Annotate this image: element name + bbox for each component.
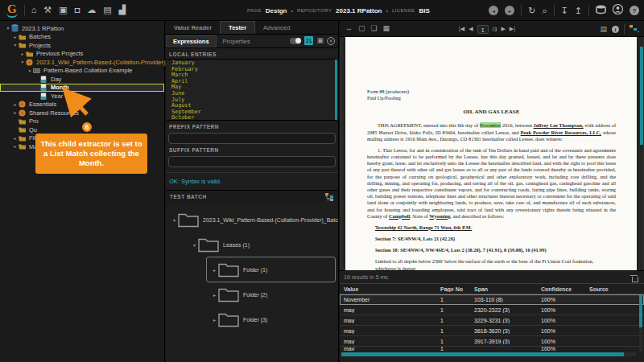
expand-arrow-icon[interactable]: ▾ <box>171 217 178 223</box>
local-entries-text[interactable]: January February March April May June Ju… <box>167 60 337 121</box>
batches-icon[interactable]: ▣ <box>59 6 67 14</box>
license-value[interactable]: BIS <box>419 7 429 14</box>
result-row[interactable]: may13618-3620 (3)100% <box>340 326 644 336</box>
expand-arrow-icon[interactable]: ▸ <box>12 110 19 115</box>
info-icon[interactable]: i <box>612 26 619 33</box>
result-row[interactable]: may12320-2322 (3)100% <box>340 305 644 315</box>
batch-node-folder-1-[interactable]: ▸Folder (1) <box>211 261 338 278</box>
next-page-button[interactable]: ▶ <box>501 26 505 32</box>
close-icon[interactable]: ✕ <box>327 37 335 45</box>
view-mode-icon[interactable] <box>630 22 639 36</box>
upload-icon[interactable]: ↥ <box>575 6 582 15</box>
toolbox-icon[interactable]: ▤ <box>103 6 111 14</box>
toggle-switch[interactable] <box>290 38 301 44</box>
license-label: LICENSE <box>392 8 415 13</box>
fit-width-icon[interactable]: ↔ <box>345 25 353 32</box>
suffix-pattern-input[interactable] <box>168 156 336 167</box>
tab-expressions[interactable]: Expressions <box>166 35 217 47</box>
tab-tester[interactable]: Tester <box>220 21 255 34</box>
doc-title: OIL AND GAS LEASE <box>367 109 616 116</box>
november-highlight[interactable]: November <box>480 122 502 128</box>
refresh-icon[interactable]: ↻ <box>528 6 535 15</box>
page-value[interactable]: Design <box>266 7 287 14</box>
expand-arrow-icon[interactable]: ▸ <box>211 267 218 273</box>
tab-properties[interactable]: Properties <box>217 36 257 47</box>
expand-arrow-icon[interactable]: ▸ <box>19 51 26 56</box>
pages-icon[interactable]: ❏ <box>371 25 378 32</box>
doc-township-line: Township 42 North, Range 71 West, 6th P.… <box>375 224 616 231</box>
entries-scrollbar[interactable] <box>335 60 337 120</box>
tree-node-essentials[interactable]: ▸Essentials <box>0 101 164 109</box>
tree-node-year[interactable]: Year <box>0 92 164 101</box>
tree-node-previous-projects[interactable]: ▸Previous Projects <box>0 50 164 59</box>
clear-results-icon[interactable] <box>630 274 638 282</box>
column-header-value[interactable]: Value <box>340 286 436 292</box>
help-icon[interactable]: ? <box>630 6 639 15</box>
home-icon[interactable]: ⌂ <box>31 6 37 14</box>
batch-node-2023-1-wiki-pattern-based-coll[interactable]: ▾2023.1_Wiki_Pattern-Based-(Collation-Pr… <box>171 212 338 228</box>
stats-icon[interactable]: ▟ <box>119 6 126 14</box>
tools-icon[interactable]: ⚒ <box>43 6 52 14</box>
first-page-button[interactable]: |◀ <box>459 26 464 32</box>
expand-arrow-icon[interactable]: ▸ <box>12 35 19 39</box>
results-horizontal-scrollbar[interactable] <box>341 352 636 356</box>
node-tree-sidebar: ▾2023.1 RPatton▸Batches▾Projects▸Previou… <box>0 21 165 362</box>
column-header-page-no[interactable]: Page No <box>436 286 470 292</box>
process-icon[interactable]: ◘ <box>75 6 80 14</box>
local-entries-editor[interactable]: January February March April May June Ju… <box>167 59 337 121</box>
column-header-source[interactable]: Source <box>585 286 644 292</box>
tree-node-2023-1-wiki-pattern-based-coll[interactable]: ▾2023.1_Wiki_Pattern-Based-(Collation-Pr… <box>0 58 164 67</box>
prefix-pattern-input[interactable] <box>168 133 336 144</box>
search-icon[interactable]: ⌕ <box>542 6 547 15</box>
tree-node-month[interactable]: Month <box>0 84 164 93</box>
tree-node-2023-1-rpatton[interactable]: ▾2023.1 RPatton <box>0 24 164 33</box>
expand-arrow-icon[interactable]: ▸ <box>12 102 19 107</box>
column-header-confidence[interactable]: Confidence <box>537 286 585 292</box>
page-number-input[interactable]: 1 <box>477 25 489 34</box>
last-page-button[interactable]: ▶| <box>510 26 515 32</box>
expand-arrow-icon[interactable]: ▾ <box>5 26 11 31</box>
repository-value[interactable]: 2023.1 RPatton <box>336 7 382 14</box>
expand-arrow-icon[interactable]: ▾ <box>27 68 33 73</box>
expand-arrow-icon[interactable]: ▾ <box>19 60 26 64</box>
database-icon[interactable] <box>596 3 606 18</box>
batch-select-icon[interactable] <box>325 193 334 201</box>
tree-node-batches[interactable]: ▸Batches <box>0 33 164 42</box>
user-icon[interactable] <box>613 3 623 18</box>
image-icon[interactable]: ▦ <box>383 25 390 32</box>
document-scrollbar[interactable] <box>640 37 643 270</box>
expand-arrow-icon[interactable]: ▾ <box>12 43 19 47</box>
document-canvas[interactable]: Form 88 (producers) Paid Up/Pooling OIL … <box>340 37 644 270</box>
result-row[interactable]: may13229-3231 (3)100% <box>340 315 644 326</box>
back-button[interactable]: ◂ <box>489 6 498 15</box>
folder-outline-icon <box>198 237 219 253</box>
result-row[interactable]: may1100% <box>340 347 644 351</box>
tree-node-projects[interactable]: ▾Projects <box>0 41 164 50</box>
expand-arrow-icon[interactable]: ▸ <box>211 292 218 298</box>
prefix-pattern-label: PREFIX PATTERN <box>166 121 338 131</box>
tree-node-shared-resources[interactable]: ▸Shared Resources <box>0 109 164 117</box>
expand-arrow-icon[interactable]: ▸ <box>211 317 218 323</box>
print-icon[interactable]: ▤ <box>600 26 607 33</box>
results-vertical-scrollbar[interactable] <box>639 295 642 352</box>
batch-node-folder-2-[interactable]: ▸Folder (2) <box>211 286 338 302</box>
doc-section18-line: Section 18: SE/4NW/4, NW/4SE/4, Lots 2 (… <box>375 247 616 253</box>
download-icon[interactable]: ↧ <box>561 6 568 15</box>
expand-arrow-icon[interactable]: ▸ <box>12 144 19 149</box>
save-icon[interactable]: ▣ <box>316 37 324 44</box>
batch-node-folder-3-[interactable]: ▸Folder (3) <box>211 311 338 327</box>
literal-mode-icon[interactable]: IL <box>304 36 313 45</box>
forward-button[interactable]: ▸ <box>505 6 514 15</box>
batch-node-leases-1-[interactable]: ▾Leases (1) <box>191 237 338 253</box>
region-select-icon[interactable]: ▢ <box>358 25 365 32</box>
expand-arrow-icon[interactable]: ▾ <box>191 242 198 248</box>
tab-advanced[interactable]: Advanced <box>255 21 298 34</box>
tree-node-pattern-based-collation-exampl[interactable]: ▾Pattern-Based Collation Example <box>0 67 164 76</box>
result-row[interactable]: may13917-3919 (3)100% <box>340 336 644 347</box>
tree-node-day[interactable]: Day <box>0 75 164 84</box>
result-row[interactable]: November1103-110 (8)100% <box>340 294 644 305</box>
cloud-icon[interactable]: ☁ <box>87 6 96 14</box>
column-header-span[interactable]: Span <box>470 286 537 292</box>
prev-page-button[interactable]: ◀ <box>469 26 473 32</box>
expand-arrow-icon[interactable]: ▸ <box>12 136 19 141</box>
